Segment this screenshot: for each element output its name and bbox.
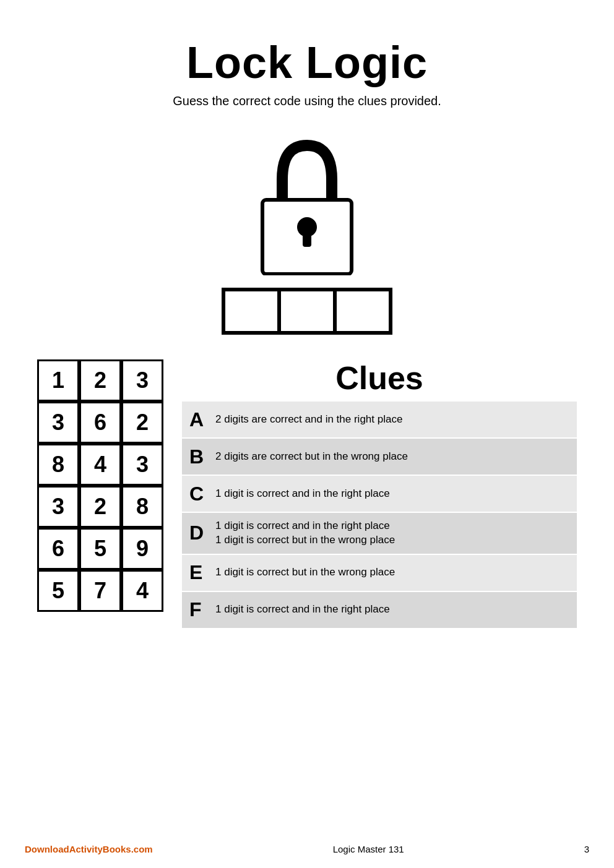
- clue-text: 1 digit is correct and in the right plac…: [215, 519, 395, 548]
- guess-row: 843: [37, 444, 163, 486]
- page-title: Lock Logic: [186, 37, 428, 88]
- clue-row: B2 digits are correct but in the wrong p…: [182, 439, 577, 476]
- guess-cell: 8: [121, 486, 163, 528]
- guess-row: 123: [37, 359, 163, 402]
- guess-cell: 5: [79, 528, 121, 570]
- code-boxes: [222, 288, 392, 335]
- guess-row: 659: [37, 528, 163, 570]
- footer-page: 3: [584, 844, 589, 854]
- clue-letter: D: [189, 522, 215, 544]
- subtitle: Guess the correct code using the clues p…: [173, 94, 441, 108]
- guess-cell: 2: [79, 359, 121, 402]
- footer: DownloadActivityBooks.com Logic Master 1…: [0, 844, 614, 854]
- clues-list: A2 digits are correct and in the right p…: [182, 402, 577, 629]
- clue-row: F1 digit is correct and in the right pla…: [182, 592, 577, 629]
- guess-cell: 2: [79, 486, 121, 528]
- footer-title: Logic Master 131: [333, 844, 404, 854]
- page: Lock Logic Guess the correct code using …: [0, 0, 614, 868]
- footer-website: DownloadActivityBooks.com: [25, 844, 153, 854]
- guess-row: 574: [37, 570, 163, 612]
- clue-letter: B: [189, 445, 215, 468]
- guess-cell: 4: [121, 570, 163, 612]
- clue-letter: E: [189, 561, 215, 584]
- clue-text: 1 digit is correct but in the wrong plac…: [215, 565, 395, 580]
- code-box-2[interactable]: [279, 290, 335, 333]
- clues-title: Clues: [182, 359, 577, 397]
- code-box-3[interactable]: [335, 290, 391, 333]
- clue-row: A2 digits are correct and in the right p…: [182, 402, 577, 439]
- guess-cell: 7: [79, 570, 121, 612]
- svg-rect-2: [303, 232, 311, 247]
- clues-column: Clues A2 digits are correct and in the r…: [182, 359, 577, 629]
- guess-cell: 4: [79, 444, 121, 486]
- guess-cell: 1: [37, 359, 79, 402]
- guess-row: 328: [37, 486, 163, 528]
- clue-letter: F: [189, 598, 215, 621]
- clue-text: 2 digits are correct and in the right pl…: [215, 413, 402, 427]
- guesses-column: 123362843328659574: [37, 359, 163, 612]
- guess-cell: 5: [37, 570, 79, 612]
- clue-row: D1 digit is correct and in the right pla…: [182, 513, 577, 555]
- guess-row: 362: [37, 402, 163, 444]
- clue-letter: C: [189, 483, 215, 505]
- clue-row: E1 digit is correct but in the wrong pla…: [182, 555, 577, 592]
- clue-row: C1 digit is correct and in the right pla…: [182, 476, 577, 513]
- lock-illustration: [245, 133, 369, 275]
- guess-cell: 3: [37, 486, 79, 528]
- guess-cell: 3: [37, 402, 79, 444]
- guess-cell: 8: [37, 444, 79, 486]
- clue-text: 1 digit is correct and in the right plac…: [215, 487, 390, 501]
- guess-cell: 2: [121, 402, 163, 444]
- clue-text: 2 digits are correct but in the wrong pl…: [215, 450, 408, 464]
- guess-cell: 3: [121, 359, 163, 402]
- clue-letter: A: [189, 408, 215, 431]
- guess-cell: 9: [121, 528, 163, 570]
- guess-cell: 3: [121, 444, 163, 486]
- lock-icon: [245, 133, 369, 275]
- guess-cell: 6: [79, 402, 121, 444]
- clue-text: 1 digit is correct and in the right plac…: [215, 603, 390, 617]
- clues-section: 123362843328659574 Clues A2 digits are c…: [37, 359, 577, 629]
- guess-cell: 6: [37, 528, 79, 570]
- code-box-1[interactable]: [223, 290, 279, 333]
